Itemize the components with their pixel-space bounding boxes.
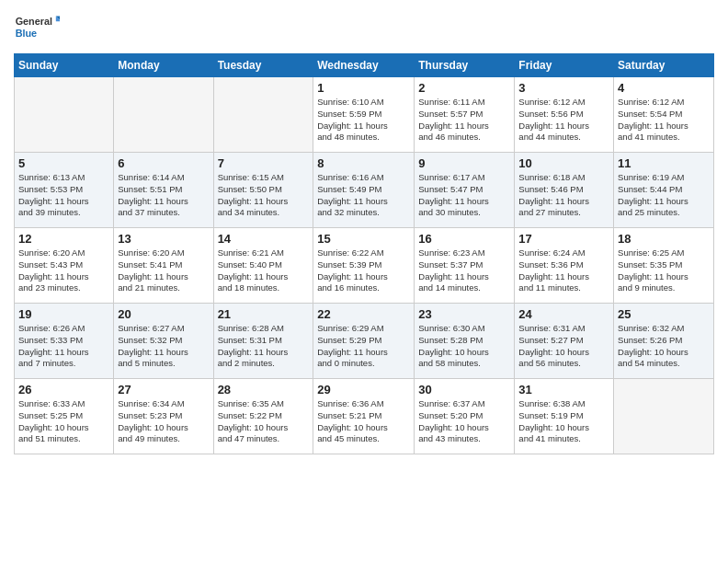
calendar-cell: 29Sunrise: 6:36 AM Sunset: 5:21 PM Dayli… xyxy=(313,379,415,454)
calendar-cell: 30Sunrise: 6:37 AM Sunset: 5:20 PM Dayli… xyxy=(415,379,515,454)
day-number: 5 xyxy=(18,156,109,170)
day-info: Sunrise: 6:36 AM Sunset: 5:21 PM Dayligh… xyxy=(317,398,410,445)
day-info: Sunrise: 6:32 AM Sunset: 5:26 PM Dayligh… xyxy=(618,323,710,370)
day-number: 29 xyxy=(317,383,410,396)
calendar-cell: 22Sunrise: 6:29 AM Sunset: 5:29 PM Dayli… xyxy=(313,304,415,379)
weekday-header-sunday: Sunday xyxy=(15,54,114,77)
day-number: 13 xyxy=(118,232,209,246)
day-info: Sunrise: 6:34 AM Sunset: 5:23 PM Dayligh… xyxy=(118,398,209,445)
calendar-cell: 1Sunrise: 6:10 AM Sunset: 5:59 PM Daylig… xyxy=(313,77,415,153)
day-info: Sunrise: 6:22 AM Sunset: 5:39 PM Dayligh… xyxy=(317,247,410,294)
svg-text:General: General xyxy=(16,17,52,28)
day-info: Sunrise: 6:37 AM Sunset: 5:20 PM Dayligh… xyxy=(418,398,510,445)
day-info: Sunrise: 6:15 AM Sunset: 5:50 PM Dayligh… xyxy=(218,172,310,219)
day-info: Sunrise: 6:38 AM Sunset: 5:19 PM Dayligh… xyxy=(518,398,609,445)
calendar-cell: 9Sunrise: 6:17 AM Sunset: 5:47 PM Daylig… xyxy=(415,153,515,228)
calendar-cell xyxy=(114,77,213,153)
calendar-cell: 5Sunrise: 6:13 AM Sunset: 5:53 PM Daylig… xyxy=(15,153,114,228)
day-number: 30 xyxy=(418,383,510,396)
day-number: 3 xyxy=(518,81,609,95)
calendar-cell: 7Sunrise: 6:15 AM Sunset: 5:50 PM Daylig… xyxy=(213,153,313,228)
day-number: 18 xyxy=(618,232,710,246)
day-number: 15 xyxy=(317,232,410,246)
day-info: Sunrise: 6:12 AM Sunset: 5:54 PM Dayligh… xyxy=(618,97,710,144)
calendar-cell: 14Sunrise: 6:21 AM Sunset: 5:40 PM Dayli… xyxy=(213,228,313,304)
day-number: 1 xyxy=(317,81,410,95)
calendar-cell: 3Sunrise: 6:12 AM Sunset: 5:56 PM Daylig… xyxy=(515,77,614,153)
calendar-week-row: 5Sunrise: 6:13 AM Sunset: 5:53 PM Daylig… xyxy=(15,153,714,228)
calendar-cell: 13Sunrise: 6:20 AM Sunset: 5:41 PM Dayli… xyxy=(114,228,213,304)
day-info: Sunrise: 6:24 AM Sunset: 5:36 PM Dayligh… xyxy=(518,247,609,294)
calendar-cell: 6Sunrise: 6:14 AM Sunset: 5:51 PM Daylig… xyxy=(114,153,213,228)
day-info: Sunrise: 6:26 AM Sunset: 5:33 PM Dayligh… xyxy=(18,323,109,370)
day-info: Sunrise: 6:16 AM Sunset: 5:49 PM Dayligh… xyxy=(317,172,410,219)
day-info: Sunrise: 6:33 AM Sunset: 5:25 PM Dayligh… xyxy=(18,398,109,445)
main-container: General Blue SundayMondayTuesdayWednesda… xyxy=(0,0,728,464)
calendar-cell: 8Sunrise: 6:16 AM Sunset: 5:49 PM Daylig… xyxy=(313,153,415,228)
weekday-header-tuesday: Tuesday xyxy=(213,54,313,77)
calendar-cell: 4Sunrise: 6:12 AM Sunset: 5:54 PM Daylig… xyxy=(614,77,714,153)
calendar-cell: 31Sunrise: 6:38 AM Sunset: 5:19 PM Dayli… xyxy=(515,379,614,454)
day-info: Sunrise: 6:31 AM Sunset: 5:27 PM Dayligh… xyxy=(518,323,609,370)
day-info: Sunrise: 6:19 AM Sunset: 5:44 PM Dayligh… xyxy=(618,172,710,219)
day-number: 31 xyxy=(518,383,609,396)
header: General Blue xyxy=(14,9,714,46)
calendar-cell: 17Sunrise: 6:24 AM Sunset: 5:36 PM Dayli… xyxy=(515,228,614,304)
weekday-header-wednesday: Wednesday xyxy=(313,54,415,77)
calendar-cell: 27Sunrise: 6:34 AM Sunset: 5:23 PM Dayli… xyxy=(114,379,213,454)
day-info: Sunrise: 6:12 AM Sunset: 5:56 PM Dayligh… xyxy=(518,97,609,144)
day-number: 25 xyxy=(618,307,710,321)
day-info: Sunrise: 6:29 AM Sunset: 5:29 PM Dayligh… xyxy=(317,323,410,370)
calendar-cell: 16Sunrise: 6:23 AM Sunset: 5:37 PM Dayli… xyxy=(415,228,515,304)
calendar-cell xyxy=(614,379,714,454)
day-info: Sunrise: 6:20 AM Sunset: 5:43 PM Dayligh… xyxy=(18,247,109,294)
calendar-cell: 18Sunrise: 6:25 AM Sunset: 5:35 PM Dayli… xyxy=(614,228,714,304)
day-number: 12 xyxy=(18,232,109,246)
day-number: 22 xyxy=(317,307,410,321)
calendar-week-row: 12Sunrise: 6:20 AM Sunset: 5:43 PM Dayli… xyxy=(15,228,714,304)
day-number: 27 xyxy=(118,383,209,396)
calendar-week-row: 1Sunrise: 6:10 AM Sunset: 5:59 PM Daylig… xyxy=(15,77,714,153)
weekday-header-row: SundayMondayTuesdayWednesdayThursdayFrid… xyxy=(15,54,714,77)
logo-svg: General Blue xyxy=(14,9,60,46)
day-info: Sunrise: 6:23 AM Sunset: 5:37 PM Dayligh… xyxy=(418,247,510,294)
calendar-cell xyxy=(213,77,313,153)
day-number: 21 xyxy=(218,307,310,321)
weekday-header-saturday: Saturday xyxy=(614,54,714,77)
calendar-cell: 15Sunrise: 6:22 AM Sunset: 5:39 PM Dayli… xyxy=(313,228,415,304)
day-info: Sunrise: 6:18 AM Sunset: 5:46 PM Dayligh… xyxy=(518,172,609,219)
day-info: Sunrise: 6:11 AM Sunset: 5:57 PM Dayligh… xyxy=(418,97,510,144)
day-number: 7 xyxy=(218,156,310,170)
calendar-cell: 25Sunrise: 6:32 AM Sunset: 5:26 PM Dayli… xyxy=(614,304,714,379)
day-info: Sunrise: 6:30 AM Sunset: 5:28 PM Dayligh… xyxy=(418,323,510,370)
day-info: Sunrise: 6:27 AM Sunset: 5:32 PM Dayligh… xyxy=(118,323,209,370)
day-info: Sunrise: 6:25 AM Sunset: 5:35 PM Dayligh… xyxy=(618,247,710,294)
calendar-week-row: 26Sunrise: 6:33 AM Sunset: 5:25 PM Dayli… xyxy=(15,379,714,454)
day-number: 28 xyxy=(218,383,310,396)
day-number: 11 xyxy=(618,156,710,170)
calendar-week-row: 19Sunrise: 6:26 AM Sunset: 5:33 PM Dayli… xyxy=(15,304,714,379)
day-number: 6 xyxy=(118,156,209,170)
calendar-cell: 24Sunrise: 6:31 AM Sunset: 5:27 PM Dayli… xyxy=(515,304,614,379)
day-number: 9 xyxy=(418,156,510,170)
day-info: Sunrise: 6:10 AM Sunset: 5:59 PM Dayligh… xyxy=(317,97,410,144)
calendar-cell: 20Sunrise: 6:27 AM Sunset: 5:32 PM Dayli… xyxy=(114,304,213,379)
weekday-header-monday: Monday xyxy=(114,54,213,77)
day-number: 24 xyxy=(518,307,609,321)
day-info: Sunrise: 6:21 AM Sunset: 5:40 PM Dayligh… xyxy=(218,247,310,294)
day-number: 2 xyxy=(418,81,510,95)
day-number: 17 xyxy=(518,232,609,246)
svg-text:Blue: Blue xyxy=(16,28,37,39)
day-number: 14 xyxy=(218,232,310,246)
calendar-cell: 21Sunrise: 6:28 AM Sunset: 5:31 PM Dayli… xyxy=(213,304,313,379)
calendar-cell: 11Sunrise: 6:19 AM Sunset: 5:44 PM Dayli… xyxy=(614,153,714,228)
calendar-cell: 28Sunrise: 6:35 AM Sunset: 5:22 PM Dayli… xyxy=(213,379,313,454)
weekday-header-thursday: Thursday xyxy=(415,54,515,77)
day-number: 4 xyxy=(618,81,710,95)
day-number: 8 xyxy=(317,156,410,170)
weekday-header-friday: Friday xyxy=(515,54,614,77)
calendar-cell: 10Sunrise: 6:18 AM Sunset: 5:46 PM Dayli… xyxy=(515,153,614,228)
day-info: Sunrise: 6:17 AM Sunset: 5:47 PM Dayligh… xyxy=(418,172,510,219)
calendar-cell: 23Sunrise: 6:30 AM Sunset: 5:28 PM Dayli… xyxy=(415,304,515,379)
day-info: Sunrise: 6:20 AM Sunset: 5:41 PM Dayligh… xyxy=(118,247,209,294)
